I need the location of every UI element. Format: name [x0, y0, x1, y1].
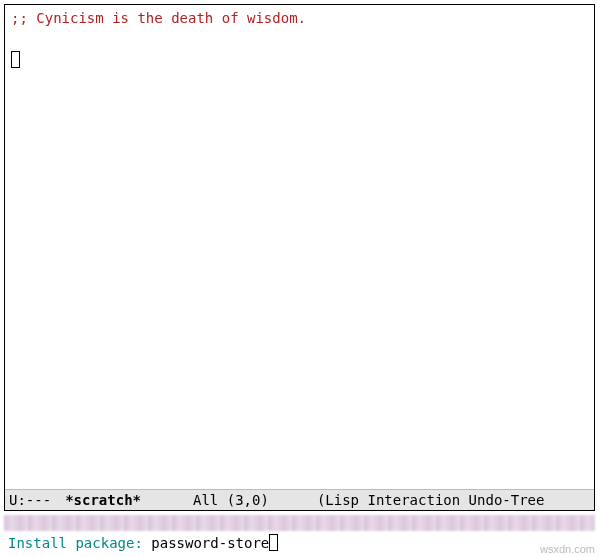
obscured-region [4, 515, 595, 531]
cursor-icon [11, 51, 20, 68]
minibuffer-prompt: Install package: [8, 535, 151, 551]
minibuffer-input: password-store [151, 535, 269, 551]
modeline-modes: (Lisp Interaction Undo-Tree [317, 492, 545, 508]
modeline-buffer-name: *scratch* [65, 492, 141, 508]
buffer-blank-line [11, 29, 588, 49]
minibuffer-cursor-icon [269, 534, 278, 551]
buffer-cursor-line [11, 48, 588, 71]
minibuffer[interactable]: Install package: password-store [4, 531, 595, 553]
scratch-buffer[interactable]: ;; Cynicism is the death of wisdom. [5, 5, 594, 489]
buffer-comment-line: ;; Cynicism is the death of wisdom. [11, 9, 588, 29]
mode-line[interactable]: U:---*scratch*All (3,0)(Lisp Interaction… [5, 489, 594, 510]
modeline-position: All (3,0) [193, 492, 269, 508]
emacs-frame: ;; Cynicism is the death of wisdom. U:--… [4, 4, 595, 511]
modeline-status: U:--- [9, 492, 51, 508]
watermark: wsxdn.com [540, 543, 595, 555]
